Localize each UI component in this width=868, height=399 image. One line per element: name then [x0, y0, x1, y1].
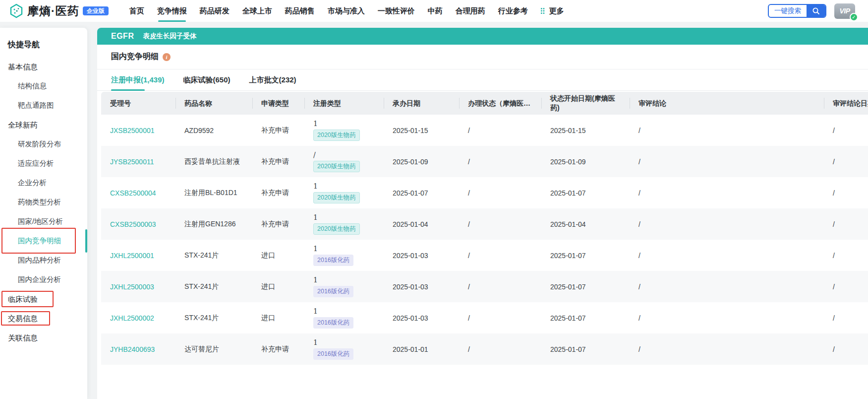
application-type-cell: 进口: [252, 271, 304, 302]
status-date-cell: 2025-01-04: [541, 208, 630, 240]
sidebar: 快捷导航 基本信息结构信息靶点通路图全球新药研发阶段分布适应症分析企业分析药物类…: [0, 28, 87, 399]
application-type-cell: 补充申请: [252, 208, 304, 240]
sidebar-item-12[interactable]: 临床试验: [0, 289, 87, 309]
sidebar-item-2[interactable]: 靶点通路图: [0, 96, 87, 115]
sidebar-item-6[interactable]: 企业分析: [0, 173, 87, 193]
sidebar-item-11[interactable]: 国内企业分析: [0, 270, 87, 289]
nav-item-1[interactable]: 竞争情报: [157, 0, 187, 22]
nav-item-6[interactable]: 一致性评价: [378, 0, 415, 22]
registration-table: 受理号药品名称申请类型注册类型承办日期办理状态（摩熵医…状态开始日期(摩熵医药)…: [101, 92, 868, 365]
sidebar-item-9[interactable]: 国内竞争明细: [0, 231, 87, 251]
table-row: CXSB2500004注射用BL-B01D1补充申请12020版生物药2025-…: [101, 177, 868, 208]
drug-name-cell: 注射用GEN1286: [175, 208, 252, 240]
quick-search-button[interactable]: 一键搜索: [768, 4, 826, 18]
table-row: JXSB2500001AZD9592补充申请12020版生物药2025-01-1…: [101, 115, 868, 146]
sidebar-item-label: 靶点通路图: [18, 101, 54, 109]
accept-date-cell: 2025-01-09: [384, 146, 459, 177]
acceptance-no-link[interactable]: JYHB2400693: [110, 345, 155, 353]
sidebar-item-4[interactable]: 研发阶段分布: [0, 134, 87, 154]
column-header-1: 药品名称: [175, 92, 252, 115]
brand[interactable]: 摩熵·医药 企业版: [9, 3, 109, 19]
review-conclusion-cell: /: [630, 240, 824, 271]
target-code: EGFR: [111, 32, 134, 41]
sidebar-item-3[interactable]: 全球新药: [0, 115, 87, 134]
tab-0[interactable]: 注册申报(1,439): [111, 69, 165, 90]
reg-type-badge: 2016版化药: [313, 255, 353, 266]
acceptance-no-link[interactable]: JXHL2500002: [110, 314, 154, 322]
nav-item-10[interactable]: 更多: [541, 0, 564, 22]
accept-date-cell: 2025-01-03: [384, 271, 459, 302]
main-content: EGFR 表皮生长因子受体 国内竞争明细 i 注册申报(1,439)临床试验(6…: [97, 28, 868, 399]
table-row: JXHL2500003STX-241片进口12016版化药2025-01-03/…: [101, 271, 868, 302]
nav-item-label: 行业参考: [498, 6, 528, 16]
status-date-cell: 2025-01-15: [541, 115, 630, 146]
nav-item-label: 一致性评价: [378, 6, 415, 16]
vip-label: VIP: [839, 7, 850, 15]
column-header-7: 审评结论: [630, 92, 824, 115]
vip-badge[interactable]: VIP ✓: [834, 3, 855, 19]
review-date-cell: /: [824, 333, 868, 365]
sidebar-item-label: 关联信息: [8, 333, 38, 342]
table-row: JXHL2500001STX-241片进口12016版化药2025-01-03/…: [101, 240, 868, 271]
table-row: JYSB2500011西妥昔单抗注射液补充申请/2020版生物药2025-01-…: [101, 146, 868, 177]
acceptance-no-cell: CXSB2500003: [101, 208, 175, 240]
accept-date-cell: 2025-01-15: [384, 115, 459, 146]
tab-2[interactable]: 上市批文(232): [249, 69, 296, 90]
handle-status-cell: /: [459, 240, 541, 271]
nav-item-4[interactable]: 药品销售: [285, 0, 315, 22]
sidebar-item-label: 国内企业分析: [18, 275, 61, 283]
review-conclusion-cell: /: [630, 302, 824, 333]
info-icon[interactable]: i: [163, 53, 171, 61]
reg-type-value: 1: [313, 182, 375, 190]
handle-status-cell: /: [459, 146, 541, 177]
handle-status-cell: /: [459, 302, 541, 333]
handle-status-cell: /: [459, 333, 541, 365]
sidebar-item-5[interactable]: 适应症分析: [0, 154, 87, 173]
acceptance-no-link[interactable]: JXHL2500001: [110, 252, 154, 260]
nav-item-3[interactable]: 全球上市: [242, 0, 272, 22]
acceptance-no-link[interactable]: JXHL2500003: [110, 283, 154, 291]
nav-item-2[interactable]: 药品研发: [200, 0, 230, 22]
acceptance-no-link[interactable]: JYSB2500011: [110, 158, 154, 166]
nav-item-7[interactable]: 中药: [428, 0, 443, 22]
drug-name-cell: 达可替尼片: [175, 333, 252, 365]
drug-name-cell: STX-241片: [175, 240, 252, 271]
sidebar-item-8[interactable]: 国家/地区分析: [0, 212, 87, 231]
content-card: 国内竞争明细 i 注册申报(1,439)临床试验(650)上市批文(232) 受…: [97, 45, 868, 399]
review-date-cell: /: [824, 115, 868, 146]
acceptance-no-link[interactable]: JXSB2500001: [110, 127, 155, 134]
sidebar-item-label: 国家/地区分析: [18, 217, 63, 225]
drug-name-cell: 西妥昔单抗注射液: [175, 146, 252, 177]
target-name: 表皮生长因子受体: [143, 32, 196, 41]
accept-date-cell: 2025-01-04: [384, 208, 459, 240]
reg-type-cell: 12016版化药: [304, 302, 384, 333]
review-date-cell: /: [824, 146, 868, 177]
sidebar-item-label: 交易信息: [8, 314, 38, 323]
sidebar-title: 快捷导航: [0, 34, 87, 57]
nav-item-label: 药品销售: [285, 6, 315, 16]
sidebar-item-0[interactable]: 基本信息: [0, 57, 87, 76]
sidebar-item-label: 研发阶段分布: [18, 140, 61, 148]
sidebar-item-label: 药物类型分析: [18, 198, 61, 206]
sidebar-item-13[interactable]: 交易信息: [0, 309, 87, 328]
acceptance-no-link[interactable]: CXSB2500003: [110, 220, 156, 228]
sidebar-item-10[interactable]: 国内品种分析: [0, 251, 87, 270]
nav-item-5[interactable]: 市场与准入: [328, 0, 365, 22]
sidebar-item-1[interactable]: 结构信息: [0, 76, 87, 96]
acceptance-no-link[interactable]: CXSB2500004: [110, 189, 156, 197]
acceptance-no-cell: JXSB2500001: [101, 115, 175, 146]
column-header-6: 状态开始日期(摩熵医药): [541, 92, 630, 115]
nav-item-8[interactable]: 合理用药: [456, 0, 485, 22]
nav-item-0[interactable]: 首页: [129, 0, 144, 22]
reg-type-value: 1: [313, 213, 375, 221]
status-date-cell: 2025-01-07: [541, 240, 630, 271]
sidebar-item-7[interactable]: 药物类型分析: [0, 193, 87, 212]
acceptance-no-cell: JXHL2500002: [101, 302, 175, 333]
nav-item-9[interactable]: 行业参考: [498, 0, 528, 22]
nav-item-label: 合理用药: [456, 6, 485, 16]
reg-type-cell: 12016版化药: [304, 333, 384, 365]
tab-1[interactable]: 临床试验(650): [183, 69, 231, 90]
sidebar-item-14[interactable]: 关联信息: [0, 328, 87, 347]
application-type-cell: 补充申请: [252, 115, 304, 146]
sidebar-item-label: 国内品种分析: [18, 256, 61, 264]
